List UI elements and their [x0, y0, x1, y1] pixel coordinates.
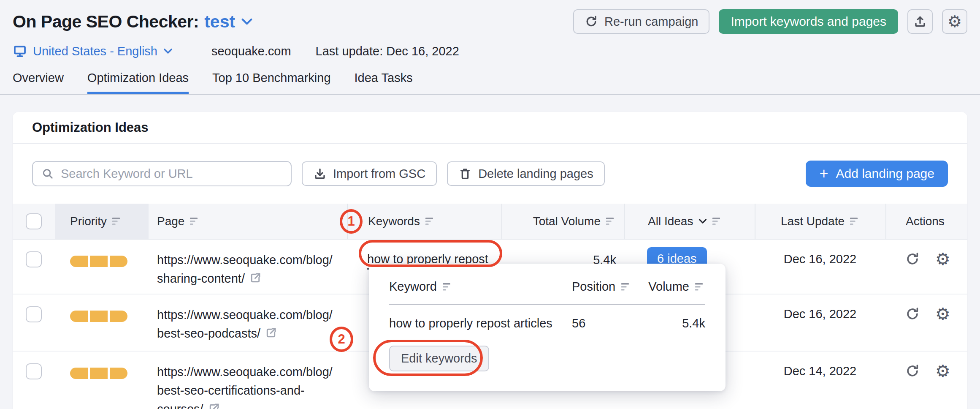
campaign-name[interactable]: test — [204, 12, 235, 32]
refresh-icon[interactable] — [905, 251, 920, 267]
delete-landing-pages-label: Delete landing pages — [478, 167, 593, 181]
search-icon — [41, 167, 54, 180]
page-title: On Page SEO Checker: — [13, 12, 199, 32]
chevron-down-icon — [163, 48, 173, 54]
row-checkbox[interactable] — [26, 251, 42, 267]
import-from-gsc-label: Import from GSC — [333, 167, 425, 181]
sort-icon[interactable] — [621, 282, 631, 292]
card-title: Optimization Ideas — [13, 112, 967, 144]
plus-icon: + — [819, 166, 828, 181]
add-landing-page-label: Add landing page — [836, 166, 934, 181]
column-header-priority[interactable]: Priority — [55, 204, 149, 239]
column-header-total-volume[interactable]: Total Volume — [501, 204, 624, 239]
tab-bar: Overview Optimization Ideas Top 10 Bench… — [13, 71, 967, 94]
external-link-icon[interactable] — [208, 402, 220, 409]
project-domain: seoquake.com — [211, 44, 291, 58]
campaign-picker[interactable]: test — [204, 12, 253, 32]
sort-icon[interactable] — [712, 217, 723, 226]
page-url: https://www.seoquake.com/blog/ best-seo-… — [157, 305, 333, 343]
sort-icon[interactable] — [190, 217, 200, 226]
sort-icon[interactable] — [695, 282, 705, 292]
gear-icon[interactable]: ⚙ — [935, 305, 950, 322]
column-header-last-update[interactable]: Last Update — [755, 204, 885, 239]
chevron-down-icon — [241, 18, 253, 25]
import-from-gsc-button[interactable]: Import from GSC — [302, 161, 437, 186]
search-input[interactable] — [60, 166, 282, 181]
last-update-value: Dec 16, 2022 — [784, 252, 857, 266]
chevron-down-icon — [698, 218, 707, 224]
priority-indicator — [55, 363, 149, 379]
edit-keywords-button[interactable]: Edit keywords — [389, 346, 489, 371]
sort-icon[interactable] — [606, 217, 616, 226]
refresh-icon — [585, 15, 598, 28]
tab-overview[interactable]: Overview — [13, 71, 64, 94]
add-landing-page-button[interactable]: + Add landing page — [806, 161, 948, 187]
popup-keyword-value: how to properly repost articles — [389, 316, 572, 330]
last-update-value: Dec 14, 2022 — [784, 364, 857, 378]
page-url: https://www.seoquake.com/blog/ best-seo-… — [157, 363, 333, 409]
last-update-text: Last update: Dec 16, 2022 — [316, 44, 459, 58]
priority-indicator — [55, 305, 149, 322]
import-keywords-button[interactable]: Import keywords and pages — [719, 9, 898, 34]
import-keywords-label: Import keywords and pages — [731, 14, 886, 29]
popup-column-position[interactable]: Position — [572, 280, 647, 294]
external-link-icon[interactable] — [265, 327, 277, 339]
refresh-icon[interactable] — [905, 363, 920, 379]
gear-icon[interactable]: ⚙ — [935, 251, 950, 267]
popup-keyword-row: how to properly repost articles 56 5.4k — [389, 316, 705, 330]
gear-icon[interactable]: ⚙ — [935, 363, 950, 379]
header-divider — [0, 94, 980, 95]
geo-label: United States - English — [33, 44, 157, 58]
column-header-actions: Actions — [885, 204, 967, 239]
row-checkbox[interactable] — [26, 363, 42, 379]
keywords-popup: Keyword Position Volume how to properly … — [369, 264, 726, 391]
rerun-campaign-button[interactable]: Re-run campaign — [573, 9, 709, 34]
delete-landing-pages-button[interactable]: Delete landing pages — [447, 161, 604, 186]
sort-icon[interactable] — [425, 217, 436, 226]
sort-icon[interactable] — [443, 282, 453, 292]
popup-volume-value: 5.4k — [682, 316, 705, 330]
page-header: On Page SEO Checker: test Re-run campaig… — [0, 0, 980, 94]
table-header-row: Priority Page Keywords Total Volume All … — [13, 204, 967, 240]
popup-divider — [389, 304, 705, 305]
tab-optimization-ideas[interactable]: Optimization Ideas — [87, 71, 189, 94]
settings-button[interactable]: ⚙ — [942, 9, 967, 34]
trash-icon — [458, 167, 472, 180]
sort-icon[interactable] — [850, 217, 860, 226]
priority-indicator — [55, 251, 149, 267]
gear-icon: ⚙ — [948, 14, 962, 30]
popup-column-volume[interactable]: Volume — [648, 280, 705, 294]
download-icon — [313, 167, 327, 180]
column-header-all-ideas[interactable]: All Ideas — [624, 204, 755, 239]
search-box — [32, 161, 292, 186]
column-header-page[interactable]: Page — [149, 204, 347, 239]
popup-position-value: 56 — [572, 316, 647, 330]
popup-column-keyword[interactable]: Keyword — [389, 280, 572, 294]
toolbar: Import from GSC Delete landing pages + A… — [13, 144, 967, 204]
tab-top-10-benchmarking[interactable]: Top 10 Benchmarking — [212, 71, 331, 94]
page-url: https://www.seoquake.com/blog/ sharing-c… — [157, 251, 333, 288]
row-checkbox[interactable] — [26, 306, 42, 322]
sort-icon[interactable] — [112, 217, 122, 226]
select-all-checkbox[interactable] — [26, 213, 42, 229]
export-button[interactable] — [907, 9, 933, 34]
rerun-campaign-label: Re-run campaign — [604, 15, 698, 29]
geo-selector[interactable]: United States - English — [13, 44, 173, 58]
tab-idea-tasks[interactable]: Idea Tasks — [355, 71, 413, 94]
refresh-icon[interactable] — [905, 306, 920, 322]
device-monitor-icon — [13, 44, 27, 58]
external-link-icon[interactable] — [249, 272, 262, 284]
column-header-keywords[interactable]: Keywords — [347, 204, 501, 239]
upload-icon — [913, 15, 927, 28]
last-update-value: Dec 16, 2022 — [784, 307, 857, 321]
